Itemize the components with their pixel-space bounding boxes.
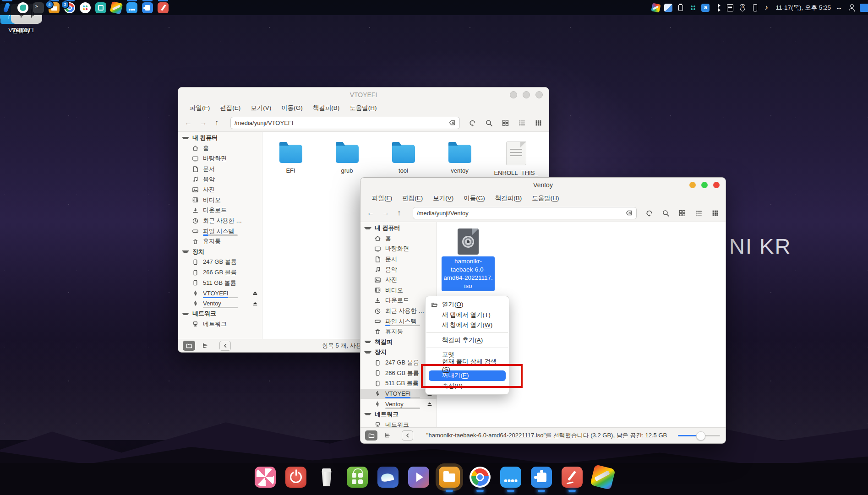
collapse-sidebar-button[interactable] xyxy=(219,341,231,351)
clipboard-icon[interactable] xyxy=(677,4,685,12)
titlebar[interactable]: Ventoy xyxy=(360,178,726,192)
paint-tray-icon[interactable] xyxy=(651,3,661,12)
ctx-open[interactable]: 열기(O) xyxy=(426,299,509,310)
dock-software-center[interactable] xyxy=(347,467,368,488)
clock[interactable]: 11-17(목), 오후 5:25 xyxy=(775,4,831,12)
tray-edge-icon[interactable] xyxy=(860,4,868,12)
sidebar-item-home[interactable]: 홈 xyxy=(178,143,262,154)
panel-app-messenger[interactable] xyxy=(126,2,137,13)
phone-icon[interactable] xyxy=(751,4,759,12)
minimize-button[interactable] xyxy=(689,182,696,188)
panel-app-terminal[interactable] xyxy=(33,2,44,13)
sidebar-item-documents[interactable]: 문서 xyxy=(360,254,437,265)
panel-app-extension[interactable] xyxy=(142,2,153,13)
menu-item[interactable]: 도움말(H) xyxy=(527,194,564,202)
sidebar-item-pictures[interactable]: 사진 xyxy=(178,185,262,195)
panel-app-screenshot[interactable] xyxy=(95,2,106,13)
menu-item[interactable]: 책갈피(B) xyxy=(490,194,527,202)
back-button[interactable]: ← xyxy=(185,119,192,127)
menu-item[interactable]: 파일(F) xyxy=(367,194,397,202)
grid-view-icon[interactable] xyxy=(678,209,686,217)
menu-item[interactable]: 보기(V) xyxy=(428,194,459,202)
menu-item[interactable]: 이동(G) xyxy=(459,194,490,202)
sidebar-item-vtoyefi[interactable]: VTOYEFI xyxy=(178,288,262,299)
input-method-icon[interactable] xyxy=(701,4,710,12)
menu-item[interactable]: 파일(F) xyxy=(185,104,215,112)
search-icon[interactable] xyxy=(662,209,670,217)
sidebar-item-videos[interactable]: 비디오 xyxy=(178,195,262,206)
eject-button[interactable] xyxy=(426,401,433,407)
sidebar-item-desktop[interactable]: 바탕화면 xyxy=(178,153,262,164)
compact-view-icon[interactable] xyxy=(535,119,542,127)
panel-app-files[interactable]: 4 xyxy=(49,2,60,13)
security-icon[interactable] xyxy=(738,4,747,12)
window-button-1[interactable] xyxy=(510,91,517,98)
sidebar-item-my-computer[interactable]: 내 컴퓨터 xyxy=(360,223,437,234)
file-hamonikr-iso[interactable]: hamonikr- taebaek-6.0- amd64-20221117. i… xyxy=(442,228,495,291)
ctx-sep-2[interactable] xyxy=(426,348,508,348)
up-button[interactable]: ↑ xyxy=(397,209,401,217)
treeview-button[interactable] xyxy=(198,341,211,351)
forward-button[interactable]: → xyxy=(200,119,207,127)
window-button-2[interactable] xyxy=(523,91,530,98)
theme-switcher-icon[interactable] xyxy=(664,4,672,12)
sidebar-item-music[interactable]: 음악 xyxy=(178,174,262,185)
music-player-icon[interactable] xyxy=(763,4,771,12)
dock-shutdown[interactable] xyxy=(285,467,306,488)
ctx-add-bookmark[interactable]: 책갈피 추가(A) xyxy=(426,335,509,346)
bluetooth-icon[interactable] xyxy=(714,4,722,12)
dock-media-player[interactable] xyxy=(408,467,429,488)
sidebar-item-my-computer[interactable]: 내 컴퓨터 xyxy=(178,133,262,143)
panel-app-editor[interactable] xyxy=(158,2,169,13)
grid-view-icon[interactable] xyxy=(502,119,509,127)
file-efi[interactable]: EFI xyxy=(262,141,319,183)
sidebar-item-vol-266[interactable]: 266 GB 볼륨 xyxy=(178,267,262,278)
sidebar-item-vol-247[interactable]: 247 GB 볼륨 xyxy=(178,257,262,267)
eject-button[interactable] xyxy=(252,300,258,307)
collapse-sidebar-button[interactable] xyxy=(402,430,413,441)
menu-item[interactable]: 편집(E) xyxy=(215,104,246,112)
panel-app-launcher[interactable] xyxy=(2,2,13,13)
menu-item[interactable]: 보기(V) xyxy=(246,104,276,112)
panel-app-slack[interactable] xyxy=(80,2,91,13)
places-button[interactable] xyxy=(183,341,195,351)
history-icon[interactable] xyxy=(469,119,476,127)
back-button[interactable]: ← xyxy=(367,209,374,217)
search-icon[interactable] xyxy=(485,119,493,127)
compact-view-icon[interactable] xyxy=(711,209,719,217)
eject-button[interactable] xyxy=(252,290,258,296)
dock-editor[interactable] xyxy=(562,467,583,488)
up-button[interactable]: ↑ xyxy=(215,119,218,127)
sidebar-item-documents[interactable]: 문서 xyxy=(178,164,262,174)
menu-item[interactable]: 도움말(H) xyxy=(344,104,382,112)
sidebar-item-network[interactable]: 네트워크 xyxy=(178,319,262,330)
window-button-3[interactable] xyxy=(535,91,543,98)
history-icon[interactable] xyxy=(645,209,653,217)
dock-extension[interactable] xyxy=(531,467,552,488)
resource-monitor-icon[interactable] xyxy=(689,4,697,12)
dock-chrome[interactable] xyxy=(469,467,491,488)
menu-item[interactable]: 책갈피(B) xyxy=(308,104,345,112)
sidebar-item-videos[interactable]: 비디오 xyxy=(360,285,437,296)
path-bar[interactable]: /media/yunji/Ventoy xyxy=(413,207,637,219)
ctx-sep-1[interactable] xyxy=(426,332,508,333)
sidebar-item-home[interactable]: 홈 xyxy=(360,234,437,244)
panel-app-paint[interactable] xyxy=(111,2,122,13)
menu-item[interactable]: 편집(E) xyxy=(397,194,428,202)
sidebar-item-desktop[interactable]: 바탕화면 xyxy=(360,244,437,254)
close-button[interactable] xyxy=(713,182,720,188)
user-icon[interactable] xyxy=(847,4,856,12)
clear-path-icon[interactable] xyxy=(625,209,633,217)
sidebar-section-devices[interactable]: 장치 xyxy=(178,247,262,257)
menu-item[interactable]: 이동(G) xyxy=(276,104,308,112)
notes-icon[interactable] xyxy=(726,4,734,12)
sidebar-section-network[interactable]: 네트워크 xyxy=(360,409,437,420)
dock-file-manager[interactable] xyxy=(439,467,460,488)
sidebar-section-network[interactable]: 네트워크 xyxy=(178,309,262,319)
dock-whale-browser[interactable] xyxy=(377,467,399,488)
sidebar-item-vol-511[interactable]: 511 GB 볼륨 xyxy=(178,277,262,288)
treeview-button[interactable] xyxy=(381,430,393,441)
zoom-slider-thumb[interactable] xyxy=(696,431,705,441)
sidebar-item-pictures[interactable]: 사진 xyxy=(360,275,437,285)
dock-hamonikr-menu[interactable] xyxy=(255,467,276,488)
